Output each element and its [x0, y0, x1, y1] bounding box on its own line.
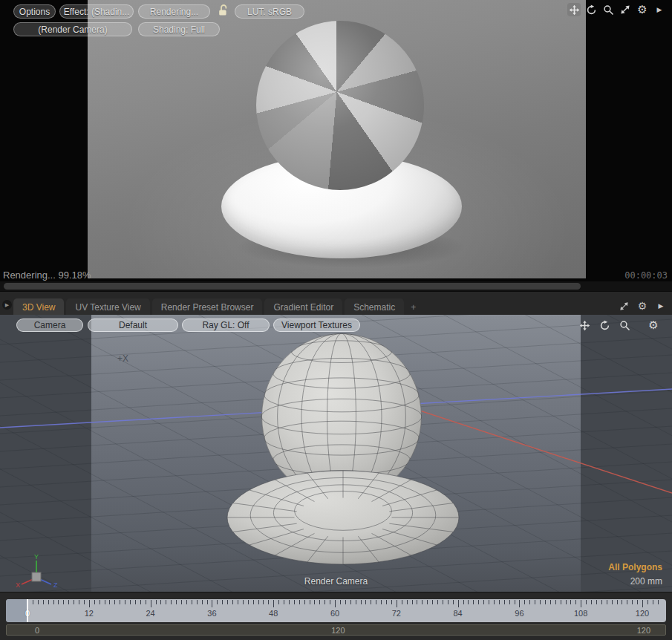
- menu-arrow-icon[interactable]: ▶: [653, 3, 666, 16]
- timeline-pane: 01224364860728496108120 0 120 120: [0, 592, 672, 640]
- camera-name-label: Render Camera: [91, 576, 581, 587]
- ruler-tick: [561, 600, 561, 604]
- ruler-tick: [202, 600, 203, 604]
- ruler-tick: [324, 600, 325, 604]
- ruler-tick: [391, 600, 392, 604]
- selection-mode-label: All Polygons: [608, 562, 662, 572]
- ruler-tick: [263, 600, 264, 604]
- ruler-tick: [402, 600, 402, 604]
- timeline-range-bar[interactable]: 0 120 120: [6, 624, 666, 636]
- ruler-tick: [397, 600, 397, 607]
- ruler-tick: [181, 600, 182, 604]
- timeline-ruler[interactable]: 01224364860728496108120: [6, 599, 666, 622]
- ruler-tick-label: 120: [631, 609, 653, 618]
- tab-render-preset-browser[interactable]: Render Preset Browser: [152, 298, 263, 316]
- add-tab-button[interactable]: +: [406, 298, 420, 316]
- pan-icon[interactable]: [578, 319, 591, 332]
- expand-icon[interactable]: [619, 3, 632, 16]
- zoom-icon[interactable]: [618, 319, 631, 332]
- ruler-tick: [130, 600, 131, 604]
- zoom-icon[interactable]: [601, 3, 615, 16]
- pane-corner-icon[interactable]: ▶: [2, 300, 12, 310]
- ruler-tick: [330, 600, 330, 604]
- rendering-button[interactable]: Rendering...: [138, 4, 210, 19]
- ruler-tick: [473, 600, 474, 604]
- range-end-value: 120: [637, 626, 650, 635]
- ruler-tick: [432, 600, 433, 604]
- tab-uv-texture-view[interactable]: UV Texture View: [66, 298, 149, 316]
- ruler-tick: [146, 600, 146, 604]
- ruler-tick: [105, 600, 105, 604]
- menu-arrow-icon[interactable]: ▶: [654, 299, 668, 313]
- shading-button[interactable]: Shading: Full: [138, 22, 220, 36]
- ruler-tick: [529, 600, 530, 604]
- ruler-tick: [156, 600, 157, 604]
- ruler-tick: [314, 600, 315, 604]
- ruler-tick: [160, 600, 161, 604]
- ruler-tick: [273, 600, 274, 607]
- ruler-tick: [299, 600, 300, 604]
- tab-schematic[interactable]: Schematic: [345, 298, 404, 316]
- ruler-tick-label: 36: [200, 609, 223, 618]
- range-start-value: 0: [35, 626, 39, 635]
- rotate-icon[interactable]: [584, 3, 598, 16]
- application-window: Options Effect: (Shadin... Rendering... …: [0, 0, 672, 640]
- options-button[interactable]: Options: [13, 4, 56, 19]
- render-camera-button[interactable]: (Render Camera): [13, 22, 132, 36]
- ruler-tick: [591, 600, 592, 604]
- ruler-tick: [238, 600, 238, 604]
- ruler-tick: [48, 600, 49, 604]
- ruler-tick: [140, 600, 141, 604]
- ruler-tick-label: 96: [508, 609, 530, 618]
- tab-gradient-editor[interactable]: Gradient Editor: [264, 298, 342, 316]
- lock-icon[interactable]: [217, 4, 230, 17]
- ruler-tick: [125, 600, 125, 604]
- ruler-tick: [361, 600, 362, 604]
- gear-icon[interactable]: ⚙: [636, 299, 649, 313]
- ruler-tick: [437, 600, 438, 604]
- ruler-tick: [310, 600, 310, 604]
- ruler-tick: [463, 600, 464, 604]
- ruler-tick: [197, 600, 198, 604]
- ruler-tick: [596, 600, 597, 604]
- rotate-icon[interactable]: [598, 319, 611, 332]
- ruler-tick: [217, 600, 218, 604]
- ruler-tick: [350, 600, 351, 604]
- ruler-tick: [535, 600, 535, 604]
- pan-icon[interactable]: [567, 3, 581, 16]
- ruler-tick: [627, 600, 627, 604]
- ruler-tick: [371, 600, 371, 604]
- viewport-default-button[interactable]: Default: [88, 319, 178, 332]
- gear-icon[interactable]: ⚙: [647, 319, 660, 332]
- ruler-tick: [524, 600, 525, 604]
- viewport-3d[interactable]: Camera Default Ray GL: Off Viewport Text…: [0, 315, 672, 592]
- ruler-tick: [43, 600, 44, 604]
- ruler-tick: [647, 600, 648, 604]
- ruler-tick: [243, 600, 244, 604]
- ruler-tick: [222, 600, 223, 604]
- ruler-tick: [253, 600, 254, 604]
- render-progress-text: Rendering... 99.18%: [3, 270, 91, 281]
- ruler-tick: [227, 600, 228, 604]
- viewport-raygl-button[interactable]: Ray GL: Off: [182, 319, 270, 332]
- lut-button[interactable]: LUT: sRGB: [235, 4, 304, 19]
- tab-3d-view[interactable]: 3D View: [13, 298, 64, 316]
- gizmo-y-label: Y: [34, 553, 39, 561]
- playhead[interactable]: [27, 599, 28, 622]
- tabs: 3D View UV Texture View Render Preset Br…: [13, 298, 420, 316]
- viewport-camera-button[interactable]: Camera: [16, 319, 83, 332]
- ruler-tick: [586, 600, 587, 604]
- ruler-tick: [458, 600, 459, 607]
- ruler-tick: [607, 600, 607, 604]
- ruler-tick: [304, 600, 305, 604]
- ruler-tick: [381, 600, 382, 604]
- ruler-tick: [653, 600, 653, 604]
- ruler-tick: [68, 600, 69, 604]
- effect-button[interactable]: Effect: (Shadin...: [59, 4, 134, 19]
- ruler-tick: [658, 600, 659, 604]
- gear-icon[interactable]: ⚙: [636, 3, 649, 16]
- viewport-textures-button[interactable]: Viewport Textures: [273, 319, 360, 332]
- render-progress-bar: [4, 283, 581, 290]
- ruler-tick: [84, 600, 85, 604]
- expand-icon[interactable]: [617, 299, 630, 313]
